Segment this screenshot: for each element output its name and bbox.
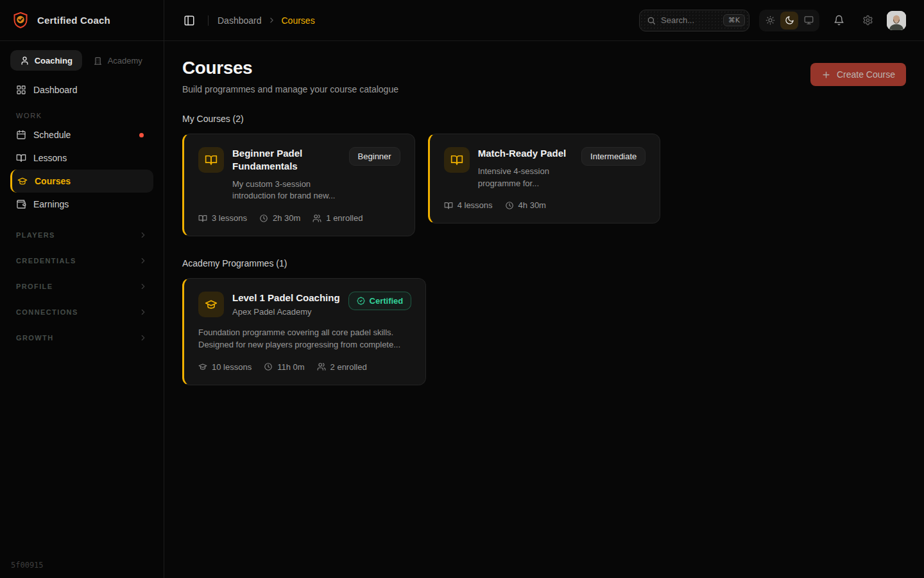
theme-light-button[interactable] — [761, 12, 779, 30]
build-id: 5f00915 — [0, 561, 164, 578]
brand-name: Certified Coach — [37, 15, 110, 26]
lessons-count: 10 lessons — [212, 362, 252, 372]
academy-programmes-grid: Level 1 Padel Coaching Apex Padel Academ… — [182, 278, 906, 385]
duration-stat: 2h 30m — [259, 213, 300, 223]
sidebar-item-schedule[interactable]: Schedule — [10, 123, 153, 146]
book-open-icon — [16, 153, 26, 163]
sun-icon — [766, 15, 775, 25]
user-icon — [20, 56, 30, 66]
sidebar-toggle-button[interactable] — [180, 11, 199, 30]
badge-check-icon — [357, 297, 365, 305]
users-icon — [312, 214, 321, 223]
book-open-icon — [444, 201, 453, 210]
sidebar-section-players[interactable]: PLAYERS — [10, 222, 153, 248]
graduation-cap-icon — [17, 176, 28, 186]
sidebar-item-label: Schedule — [33, 130, 71, 140]
page-header: Courses Build programmes and manage your… — [182, 58, 906, 94]
sidebar-nav: Coaching Academy Dashboard WORK — [0, 41, 164, 561]
calendar-icon — [16, 130, 26, 140]
book-open-icon — [198, 147, 224, 173]
chevron-right-icon — [139, 308, 148, 317]
sidebar-item-label: Earnings — [33, 199, 69, 209]
chevron-right-icon — [139, 333, 148, 342]
search-icon — [647, 16, 656, 25]
divider — [208, 15, 209, 26]
breadcrumb-courses: Courses — [282, 15, 315, 26]
chevron-right-icon — [139, 231, 148, 240]
course-card-match-ready-padel[interactable]: Match-Ready Padel Intensive 4-session pr… — [428, 134, 661, 223]
sidebar-item-label: Courses — [35, 176, 71, 186]
course-description: Foundation programme covering all core p… — [198, 327, 411, 351]
graduation-cap-icon — [198, 292, 224, 317]
search-input[interactable] — [661, 15, 718, 25]
graduation-cap-icon — [198, 362, 207, 371]
user-avatar[interactable] — [887, 11, 906, 30]
sidebar-item-earnings[interactable]: Earnings — [10, 193, 153, 216]
search-box[interactable]: ⌘K — [639, 10, 749, 31]
duration-stat: 4h 30m — [505, 200, 546, 210]
chevron-right-icon — [268, 16, 276, 24]
sidebar-section-credentials[interactable]: CREDENTIALS — [10, 248, 153, 274]
moon-icon — [785, 15, 794, 25]
create-course-button[interactable]: Create Course — [810, 63, 906, 86]
course-stats: 4 lessons 4h 30m — [444, 200, 646, 210]
clock-icon — [264, 362, 273, 371]
course-card-level-1-padel-coaching[interactable]: Level 1 Padel Coaching Apex Padel Academ… — [182, 278, 426, 385]
breadcrumb-dashboard[interactable]: Dashboard — [218, 15, 262, 26]
sidebar-item-lessons[interactable]: Lessons — [10, 146, 153, 170]
avatar-photo — [887, 11, 906, 30]
notifications-button[interactable] — [829, 11, 848, 30]
course-description: Intensive 4-session programme for... — [478, 166, 573, 190]
course-title: Match-Ready Padel — [478, 147, 573, 160]
card-title-block: Match-Ready Padel Intensive 4-session pr… — [478, 147, 573, 189]
work-section-label: WORK — [10, 112, 153, 119]
course-stats: 10 lessons 11h 0m 2 enrolled — [198, 362, 411, 372]
certified-label: Certified — [370, 296, 404, 306]
gear-icon — [862, 15, 873, 26]
theme-dark-button[interactable] — [780, 12, 798, 30]
card-header: Match-Ready Padel Intensive 4-session pr… — [444, 147, 646, 189]
app-window: Certified Coach Coaching Academy — [0, 0, 924, 578]
sidebar-item-courses[interactable]: Courses — [10, 170, 153, 193]
sidebar-item-label: Dashboard — [33, 85, 78, 95]
tab-coaching[interactable]: Coaching — [10, 50, 82, 71]
card-header: Level 1 Padel Coaching Apex Padel Academ… — [198, 292, 411, 317]
enrolled-count: 1 enrolled — [326, 213, 363, 223]
clock-icon — [259, 214, 268, 223]
settings-button[interactable] — [858, 11, 877, 30]
wallet-icon — [16, 199, 26, 209]
theme-system-button[interactable] — [800, 12, 817, 30]
sidebar-section-connections[interactable]: CONNECTIONS — [10, 299, 153, 325]
certified-badge: Certified — [348, 292, 412, 310]
academy-name: Apex Padel Academy — [232, 307, 340, 317]
topbar-actions: ⌘K — [639, 10, 906, 31]
notification-dot — [139, 133, 144, 137]
users-icon — [317, 362, 326, 371]
chevron-right-icon — [139, 256, 148, 265]
clock-icon — [505, 201, 514, 210]
topbar: Dashboard Courses ⌘K — [164, 0, 924, 41]
course-title: Beginner Padel Fundamentals — [232, 147, 341, 173]
duration-stat: 11h 0m — [264, 362, 304, 372]
enrolled-count: 2 enrolled — [330, 362, 367, 372]
sidebar-section-growth[interactable]: GROWTH — [10, 325, 153, 351]
lessons-stat: 10 lessons — [198, 362, 252, 372]
sidebar: Certified Coach Coaching Academy — [0, 0, 164, 578]
collapsible-sections: PLAYERS CREDENTIALS PROFILE CONNECTIONS … — [10, 222, 153, 351]
section-label: CREDENTIALS — [16, 257, 76, 265]
main-area: Dashboard Courses ⌘K — [164, 0, 924, 578]
section-label: GROWTH — [16, 334, 54, 342]
page-subtitle: Build programmes and manage your course … — [182, 84, 398, 94]
sidebar-item-dashboard[interactable]: Dashboard — [10, 78, 153, 101]
course-card-beginner-padel-fundamentals[interactable]: Beginner Padel Fundamentals My custom 3-… — [182, 134, 415, 236]
mode-tabs: Coaching Academy — [10, 50, 153, 71]
plus-icon — [821, 70, 831, 80]
monitor-icon — [804, 15, 814, 25]
tab-academy[interactable]: Academy — [82, 50, 154, 71]
duration-value: 4h 30m — [518, 200, 546, 210]
sidebar-section-profile[interactable]: PROFILE — [10, 274, 153, 299]
keyboard-shortcut-badge: ⌘K — [723, 14, 745, 26]
my-courses-grid: Beginner Padel Fundamentals My custom 3-… — [182, 134, 906, 236]
enrolled-stat: 2 enrolled — [317, 362, 367, 372]
page-header-text: Courses Build programmes and manage your… — [182, 58, 398, 94]
